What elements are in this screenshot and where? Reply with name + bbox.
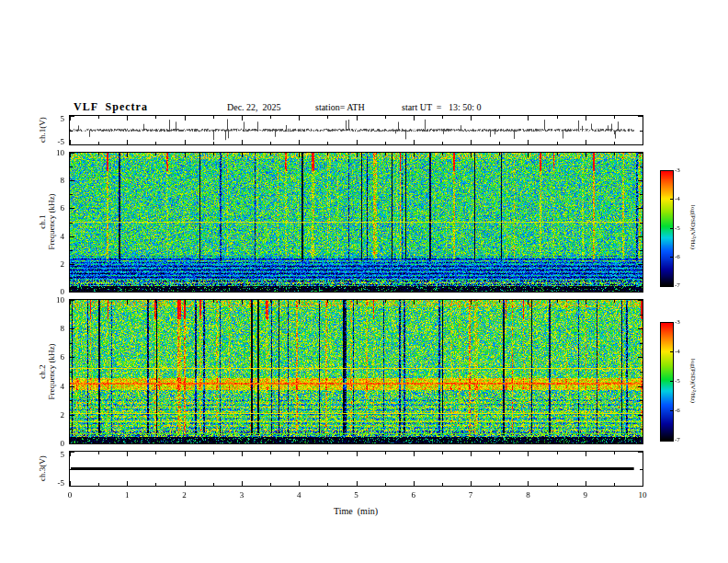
axis-tick (442, 153, 443, 155)
axis-tick (614, 116, 615, 119)
axis-tick (155, 483, 156, 486)
axis-tick (70, 452, 74, 453)
axis-tick (70, 386, 74, 387)
axis-tick (70, 278, 73, 279)
axis-tick (385, 142, 386, 144)
ch3-voltage-axis-label: ch.3(V) (38, 455, 47, 481)
axis-tick (414, 481, 415, 486)
axis-tick (499, 153, 500, 155)
axis-tick (327, 452, 328, 454)
axis-tick (670, 351, 673, 352)
axis-tick (242, 287, 243, 292)
axis-tick (385, 116, 386, 119)
axis-tick (385, 483, 386, 486)
ch2-freq-tick-label: 4 (61, 382, 65, 391)
ch1-axis-frequency-text: Frequency (kHz) (47, 193, 56, 249)
axis-tick (70, 357, 74, 358)
axis-tick (471, 452, 472, 456)
axis-tick (327, 300, 328, 303)
colorbar-ch1 (660, 170, 674, 287)
axis-tick (670, 440, 673, 441)
axis-tick (70, 167, 73, 167)
colorbar-tick-label: -7 (675, 436, 680, 443)
ch2-spectrogram-image (70, 300, 643, 443)
axis-tick (643, 140, 643, 144)
axis-tick (70, 328, 74, 329)
axis-tick (442, 483, 443, 486)
axis-tick (155, 116, 156, 119)
axis-tick (185, 287, 186, 292)
axis-tick (70, 264, 74, 265)
axis-tick (638, 116, 643, 117)
axis-tick (499, 116, 500, 119)
axis-tick (586, 452, 586, 456)
axis-tick (670, 199, 673, 200)
axis-tick (70, 208, 74, 209)
axis-tick (327, 116, 328, 119)
axis-tick (70, 250, 73, 251)
axis-tick (643, 287, 643, 292)
axis-tick (70, 292, 74, 293)
ch1-spectrogram-image (70, 153, 643, 292)
time-tick-label: 9 (583, 490, 587, 500)
vlf-spectra-figure: VLF Spectra Dec. 22, 2025 station= ATH s… (0, 0, 728, 563)
colorbar-tick-label: -3 (675, 167, 680, 174)
axis-tick (70, 315, 73, 316)
axis-tick (643, 481, 643, 486)
axis-tick (70, 429, 73, 430)
axis-tick (242, 300, 243, 304)
ch1-freq-tick-label: 4 (61, 232, 65, 241)
axis-tick (640, 343, 643, 344)
axis-tick (270, 483, 271, 486)
axis-tick (640, 429, 643, 430)
axis-tick (614, 289, 615, 292)
axis-tick (442, 452, 443, 454)
axis-tick (528, 153, 529, 157)
axis-tick (242, 153, 243, 157)
time-tick-label: 10 (639, 490, 647, 500)
axis-tick (557, 300, 558, 303)
axis-tick (185, 300, 186, 304)
axis-tick (155, 142, 156, 144)
axis-tick (270, 289, 271, 292)
colorbar-tick-label: -4 (675, 348, 680, 355)
figure-date: Dec. 22, 2025 (227, 102, 281, 112)
time-axis-label: Time (min) (334, 506, 378, 516)
axis-tick (70, 469, 73, 470)
colorbar-tick-label: -6 (675, 253, 680, 260)
axis-tick (471, 439, 472, 443)
ch1-volt-tick-label: 5 (61, 114, 65, 123)
ch3-volt-tick-label: 5 (61, 450, 65, 459)
axis-tick (640, 315, 643, 316)
axis-tick (213, 483, 214, 486)
axis-tick (557, 441, 558, 443)
axis-tick (70, 194, 73, 195)
axis-tick (670, 170, 673, 171)
axis-tick (98, 289, 99, 292)
axis-tick (385, 153, 386, 155)
ch2-freq-tick-label: 2 (61, 410, 65, 419)
axis-tick (414, 140, 415, 144)
colorbar-tick-label: -4 (675, 195, 680, 202)
axis-tick (638, 264, 643, 265)
axis-tick (614, 300, 615, 303)
axis-tick (70, 144, 74, 145)
axis-tick (127, 452, 128, 456)
axis-tick (528, 439, 529, 443)
axis-tick (499, 452, 500, 454)
axis-tick (414, 116, 415, 121)
ch2-axis-channel-text: ch.2 (38, 343, 47, 399)
axis-tick (528, 116, 529, 121)
axis-tick (70, 486, 74, 487)
figure-station: station= ATH (315, 102, 365, 112)
axis-tick (557, 142, 558, 144)
ch2-frequency-axis-label: ch.2 Frequency (kHz) (38, 343, 56, 399)
axis-tick (299, 116, 300, 121)
axis-tick (643, 116, 643, 121)
axis-tick (70, 153, 74, 154)
ch1-frequency-axis-label: ch.1 Frequency (kHz) (38, 193, 56, 249)
axis-tick (643, 153, 643, 157)
axis-tick (670, 228, 673, 229)
axis-tick (640, 469, 643, 470)
ch1-voltage-axis-label: ch.1(V) (38, 117, 47, 143)
